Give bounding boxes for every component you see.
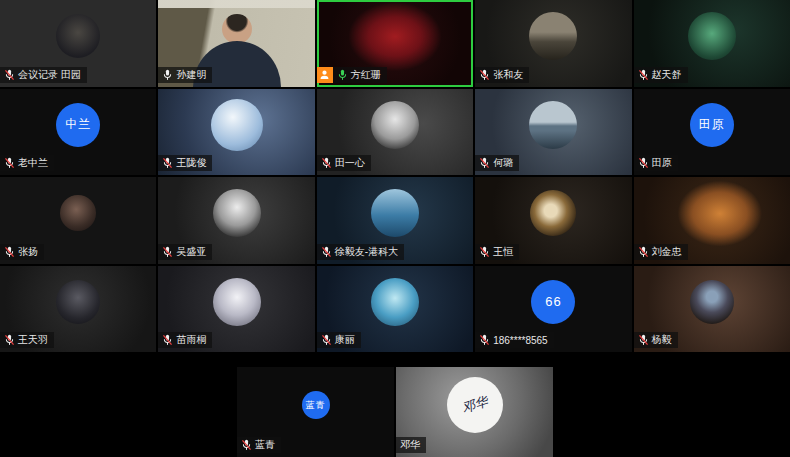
name-label: 康丽 (317, 332, 361, 348)
participant-tile[interactable]: 苗雨桐 (158, 266, 314, 353)
avatar-area (475, 0, 631, 73)
participant-name: 徐毅友-港科大 (335, 245, 398, 259)
name-chip: 王天羽 (0, 332, 54, 348)
participant-tile[interactable]: 徐毅友-港科大 (317, 177, 473, 264)
avatar-area: 66 (475, 266, 631, 339)
participant-tile[interactable]: 王陇俊 (158, 89, 314, 176)
mic-muted-icon (321, 157, 332, 169)
mic-muted-icon (162, 246, 173, 258)
avatar-area: 田原 (634, 89, 790, 162)
name-chip: 张和友 (475, 67, 529, 83)
meeting-window: 会议记录 田园孙建明方红珊张和友赵天舒中兰老中兰王陇俊田一心何璐田原田原张扬吴盛… (0, 0, 790, 457)
participant-name: 蓝青 (255, 438, 275, 452)
name-label: 王恒 (475, 244, 519, 260)
name-chip: 王陇俊 (158, 155, 212, 171)
bottom-row: 蓝青蓝青邓华邓华 (0, 352, 790, 457)
mic-muted-icon (162, 334, 173, 346)
participant-tile[interactable]: 张和友 (475, 0, 631, 87)
participant-tile[interactable]: 康丽 (317, 266, 473, 353)
mic-muted-icon (638, 334, 649, 346)
participant-tile[interactable]: 孙建明 (158, 0, 314, 87)
participant-tile[interactable]: 会议记录 田园 (0, 0, 156, 87)
initials-avatar: 田原 (690, 103, 734, 147)
participant-tile[interactable]: 赵天舒 (634, 0, 790, 87)
participant-name: 张和友 (493, 68, 523, 82)
name-chip: 老中兰 (0, 155, 54, 171)
avatar-area (317, 177, 473, 250)
participant-tile[interactable]: 蓝青蓝青 (237, 367, 394, 457)
name-label: 方红珊 (317, 67, 387, 83)
photo-avatar (530, 190, 576, 236)
person-head (222, 14, 252, 44)
mic-muted-icon (479, 69, 490, 81)
name-label: 吴盛亚 (158, 244, 212, 260)
name-label: 张扬 (0, 244, 44, 260)
avatar-area (158, 266, 314, 339)
avatar-area: 中兰 (0, 89, 156, 162)
name-label: 杨毅 (634, 332, 678, 348)
avatar-area (0, 0, 156, 73)
photo-avatar (371, 189, 419, 237)
mic-muted-icon (479, 246, 490, 258)
participant-name: 刘金忠 (652, 245, 682, 259)
participant-name: 田一心 (335, 156, 365, 170)
photo-avatar (60, 195, 96, 231)
signature-avatar: 邓华 (447, 377, 503, 433)
avatar-area (317, 266, 473, 339)
participant-tile[interactable]: 张扬 (0, 177, 156, 264)
photo-avatar (371, 278, 419, 326)
photo-avatar (213, 278, 261, 326)
avatar-area (475, 89, 631, 162)
participant-tile[interactable]: 王恒 (475, 177, 631, 264)
participant-grid: 会议记录 田园孙建明方红珊张和友赵天舒中兰老中兰王陇俊田一心何璐田原田原张扬吴盛… (0, 0, 790, 352)
avatar-area (634, 266, 790, 339)
avatar-area (158, 89, 314, 162)
name-chip: 刘金忠 (634, 244, 688, 260)
participant-tile[interactable]: 杨毅 (634, 266, 790, 353)
participant-tile[interactable]: 王天羽 (0, 266, 156, 353)
mic-muted-icon (4, 334, 15, 346)
participant-name: 张扬 (18, 245, 38, 259)
participant-name: 老中兰 (18, 156, 48, 170)
participant-tile[interactable]: 田一心 (317, 89, 473, 176)
name-chip: 会议记录 田园 (0, 67, 87, 83)
participant-tile[interactable]: 何璐 (475, 89, 631, 176)
mic-muted-icon (479, 157, 490, 169)
avatar-area: 蓝青 (237, 367, 394, 443)
participant-tile[interactable]: 方红珊 (317, 0, 473, 87)
name-chip: 张扬 (0, 244, 44, 260)
name-label: 赵天舒 (634, 67, 688, 83)
mic-muted-icon (479, 334, 490, 346)
name-label: 何璐 (475, 155, 519, 171)
avatar-area (0, 266, 156, 339)
name-label: 王陇俊 (158, 155, 212, 171)
name-chip: 孙建明 (158, 67, 212, 83)
participant-name: 吴盛亚 (176, 245, 206, 259)
participant-name: 王恒 (493, 245, 513, 259)
name-label: 田原 (634, 155, 678, 171)
photo-avatar (56, 14, 100, 58)
photo-avatar (213, 189, 261, 237)
participant-tile[interactable]: 邓华邓华 (396, 367, 553, 457)
participant-name: 杨毅 (652, 333, 672, 347)
name-chip: 杨毅 (634, 332, 678, 348)
name-chip: 蓝青 (237, 437, 281, 453)
name-chip: 吴盛亚 (158, 244, 212, 260)
initials-avatar: 66 (531, 280, 575, 324)
name-label: 蓝青 (237, 437, 281, 453)
participant-tile[interactable]: 田原田原 (634, 89, 790, 176)
host-badge-icon (317, 67, 333, 83)
initials-avatar: 蓝青 (302, 391, 330, 419)
name-chip: 方红珊 (333, 67, 387, 83)
participant-tile[interactable]: 刘金忠 (634, 177, 790, 264)
participant-name: 邓华 (400, 438, 420, 452)
participant-tile[interactable]: 中兰老中兰 (0, 89, 156, 176)
participant-tile[interactable]: 吴盛亚 (158, 177, 314, 264)
photo-avatar (529, 101, 577, 149)
name-chip: 赵天舒 (634, 67, 688, 83)
mic-muted-icon (638, 157, 649, 169)
signature-text: 邓华 (459, 392, 489, 417)
participant-name: 苗雨桐 (176, 333, 206, 347)
mic-muted-icon (4, 246, 15, 258)
participant-tile[interactable]: 66186****8565 (475, 266, 631, 353)
